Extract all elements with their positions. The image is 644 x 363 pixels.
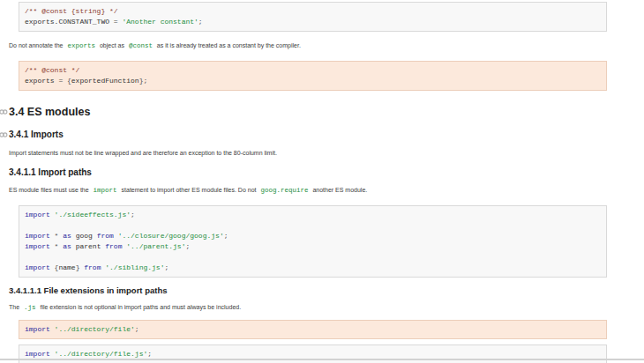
code-token: parent: [76, 242, 106, 250]
viewport-bottom-edge: [0, 359, 644, 360]
code-block-exports-const-good: /** @const {string} */exports.CONSTANT_T…: [19, 2, 607, 32]
code-block-import-no-ext-bad: import '../directory/file';: [19, 320, 607, 339]
text-run: another ES module.: [311, 187, 367, 193]
code-token: =: [114, 18, 123, 26]
code-token: ;: [224, 232, 228, 240]
code-line: exports = {exportedFunction};: [25, 76, 601, 86]
heading-import-paths: 3.4.1.1 Import paths: [9, 167, 607, 177]
code-line: /** @const {string} */: [25, 6, 601, 17]
code-line: import {name} from './sibling.js';: [25, 263, 601, 273]
heading-imports-label: 3.4.1 Imports: [9, 130, 64, 139]
code-line: exports.CONSTANT_TWO = 'Another constant…: [25, 17, 601, 27]
code-token: '../directory/file': [55, 325, 135, 333]
heading-es-modules-label: 3.4 ES modules: [9, 106, 90, 118]
inline-code: exports: [67, 42, 95, 49]
code-token: import: [25, 211, 55, 219]
text-run: statement to import other ES module file…: [120, 187, 258, 193]
code-token: from: [84, 263, 105, 271]
code-token: import: [25, 242, 55, 250]
code-token: from: [105, 242, 126, 250]
paragraph-imports-rule: Import statements must not be line wrapp…: [9, 149, 607, 158]
heading-import-paths-label: 3.4.1.1 Import paths: [9, 167, 92, 177]
code-line: [25, 220, 601, 231]
text-run: The: [9, 304, 21, 310]
heading-imports: 3.4.1 Imports: [9, 130, 607, 140]
code-line: import '../directory/file';: [25, 324, 601, 335]
code-token: exports.CONSTANT_TWO: [25, 18, 114, 26]
code-token: ;: [131, 211, 135, 219]
code-token: from: [97, 232, 118, 240]
code-token: ;: [198, 18, 203, 26]
text-run: file extension is not optional in import…: [39, 304, 242, 310]
code-token: '../parent.js': [126, 242, 185, 250]
code-token: 'Another constant': [122, 18, 198, 26]
code-token: exports: [25, 77, 58, 85]
text-run: Do not annotate the: [9, 42, 64, 48]
code-line: /** @const */: [25, 65, 601, 76]
code-token: as: [63, 232, 75, 240]
code-token: import: [25, 325, 55, 333]
code-token: exportedFunction: [71, 77, 139, 85]
code-block-exports-bad: /** @const */exports = {exportedFunction…: [19, 61, 607, 91]
anchor-link-icon[interactable]: [0, 108, 8, 115]
code-token: /** @const {string} */: [25, 7, 118, 15]
code-token: './sibling.js': [105, 263, 164, 271]
paragraph-exports-note: Do not annotate the exports object as @c…: [9, 41, 607, 50]
text-run: as it is already treated as a constant b…: [155, 42, 301, 48]
paragraph-import-paths-rule: ES module files must use the import stat…: [9, 186, 607, 195]
inline-code: goog.require: [260, 187, 308, 194]
code-token: *: [55, 232, 64, 240]
code-token: import: [25, 350, 55, 358]
code-token: import: [25, 263, 55, 271]
inline-code: @const: [129, 42, 153, 49]
inline-code: import: [94, 187, 117, 194]
document-content: /** @const {string} */exports.CONSTANT_T…: [0, 0, 644, 363]
code-token: = {: [58, 77, 71, 85]
paragraph-file-ext-rule: The .js file extension is not optional i…: [9, 303, 607, 312]
text-run: ES module files must use the: [9, 187, 91, 193]
code-token: as: [63, 242, 75, 250]
code-token: '../directory/file.js': [55, 350, 148, 358]
code-line: import * as goog from '../closure/goog/g…: [25, 231, 601, 241]
code-line: [25, 252, 601, 263]
heading-es-modules: 3.4 ES modules: [9, 106, 607, 118]
code-token: name: [58, 263, 75, 271]
code-block-imports-example: import './sideeffects.js'; import * as g…: [19, 205, 607, 278]
code-token: './sideeffects.js': [55, 211, 131, 219]
code-token: ;: [135, 325, 139, 333]
code-token: import: [25, 232, 55, 240]
code-token: /** @const */: [25, 66, 79, 74]
text-run: object as: [98, 42, 126, 48]
inline-code: .js: [24, 304, 36, 311]
anchor-link-icon[interactable]: [0, 131, 8, 138]
heading-file-extensions: 3.4.1.1.1 File extensions in import path…: [9, 285, 607, 295]
code-token: ;: [147, 350, 152, 358]
page-root: { "colors": { "page_bg": "#ffffff", "cod…: [0, 0, 644, 363]
code-token: ;: [185, 242, 190, 250]
code-token: ;: [164, 263, 168, 271]
text-run: Import statements must not be line wrapp…: [9, 150, 277, 156]
code-token: *: [55, 242, 64, 250]
code-token: };: [139, 77, 148, 85]
code-line: import * as parent from '../parent.js';: [25, 241, 601, 252]
code-token: '../closure/goog/goog.js': [118, 232, 224, 240]
code-token: goog: [76, 232, 97, 240]
code-token: }: [76, 263, 85, 271]
code-line: import './sideeffects.js';: [25, 210, 601, 220]
heading-file-extensions-label: 3.4.1.1.1 File extensions in import path…: [9, 285, 168, 295]
